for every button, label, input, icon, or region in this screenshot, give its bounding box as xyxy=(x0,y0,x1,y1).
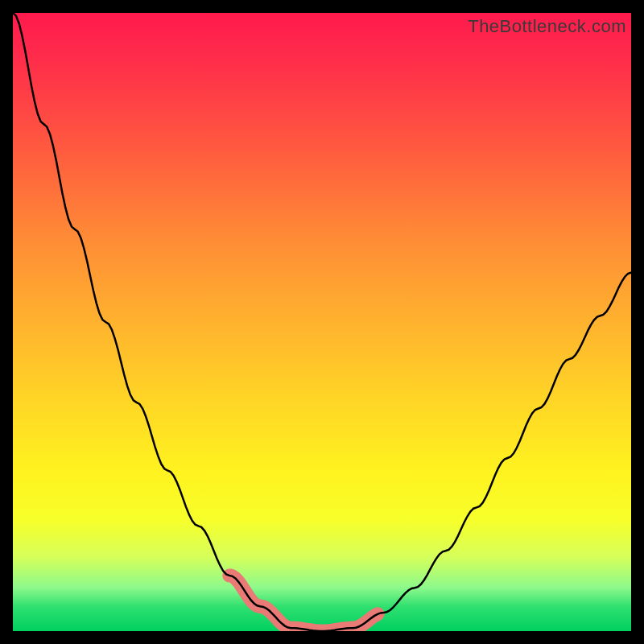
bottleneck-curve xyxy=(13,13,631,631)
bottleneck-curve-plot xyxy=(13,13,631,631)
highlight-seg-bottom xyxy=(260,606,353,631)
chart-frame xyxy=(13,13,631,631)
highlight-group xyxy=(229,576,378,631)
watermark-text: TheBottleneck.com xyxy=(468,16,626,37)
